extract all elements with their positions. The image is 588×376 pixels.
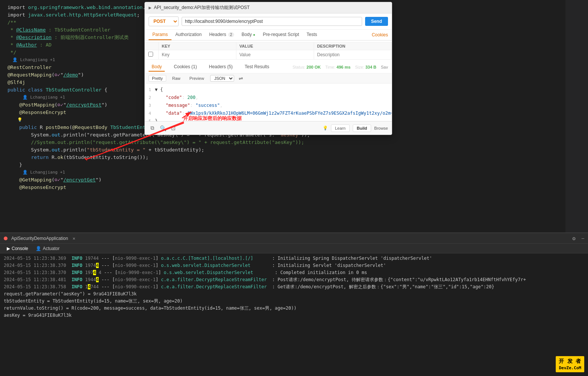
postman-panel: ▶ API_security_demo:API加密传输功能测试POST POST… (144, 2, 392, 135)
code-line: 👤 Lchangjiang +1 (8, 169, 588, 176)
request-tabs: Params Authorization Headers 2 Body ● Pr… (145, 30, 392, 40)
save-button-sm[interactable]: Sav (381, 65, 388, 69)
bottom-right-actions: 💡 Learn Build Browse (323, 124, 388, 132)
row-checkbox[interactable] (148, 52, 153, 57)
console-title-bar: ApiSecurityDemoApplication ✕ ⚙ — (0, 233, 588, 244)
title-arrow: ▶ (149, 6, 152, 10)
key-input[interactable] (162, 52, 233, 57)
minimap (565, 0, 588, 232)
console-tab-icon: ▶ (7, 246, 10, 251)
status-code: Status: 200 OK (292, 65, 320, 69)
col-key: KEY (159, 42, 236, 50)
log-line-1: 2024-05-15 11:23:38.369 INFO 19744 --- [… (4, 255, 584, 262)
postman-bottom-bar: ⧉ 🔍 ⊡ 💡 Learn Build Browse (145, 121, 392, 135)
log-line-8: returnValue.toString() = R(code=200, mes… (4, 305, 584, 312)
settings-icon[interactable]: ⚙ (572, 235, 575, 241)
json-line-2: 2 "code": 200, (149, 94, 388, 102)
format-preview[interactable]: Preview (186, 75, 207, 81)
copy-icon[interactable]: ⧉ (149, 124, 156, 132)
json-line-1: 1▼ { (149, 86, 388, 94)
value-input[interactable] (239, 52, 311, 57)
log-line-2: 2024-05-15 11:23:38.370 INFO 19744 --- [… (4, 262, 584, 269)
tab-cookies-response[interactable]: Cookies (1) (171, 63, 200, 72)
code-line: } (8, 161, 588, 169)
postman-title-bar: ▶ API_security_demo:API加密传输功能测试POST (145, 2, 392, 13)
tab-tests[interactable]: Tests (303, 30, 321, 40)
code-line: @ResponseEncrypt (8, 184, 588, 191)
send-button[interactable]: Send (365, 17, 388, 26)
url-bar: POST Send (145, 13, 392, 30)
tab-actuator[interactable]: 👤 Actuator (33, 245, 63, 252)
response-bar: Body Cookies (1) Headers (5) Test Result… (145, 61, 392, 73)
wrap-lines-icon[interactable]: ⊡ (170, 124, 177, 132)
postman-title-text: API_security_demo:API加密传输功能测试POST (154, 4, 250, 11)
console-tab-label: Console (12, 246, 28, 251)
log-line-6: request.getParameter("aesKey") = 9raG41F… (4, 291, 584, 298)
minimize-icon[interactable]: — (582, 236, 584, 241)
log-line-7: tbStudentEntity = TbStudentEntity(id=15,… (4, 298, 584, 305)
method-select[interactable]: POST (149, 16, 179, 26)
wrap-icon[interactable]: ⇌ (239, 75, 243, 81)
params-row-empty (145, 50, 392, 60)
url-input[interactable] (182, 17, 362, 26)
params-table: KEY VALUE DESCRIPTION (145, 42, 392, 60)
desc-input[interactable] (317, 52, 388, 57)
lightbulb-icon: 💡 (323, 126, 328, 130)
tab-headers[interactable]: Headers 2 (205, 30, 238, 40)
tab-console[interactable]: ▶ Console (4, 245, 31, 252)
format-bar: Pretty Raw Preview JSON ⇌ (145, 73, 392, 84)
actuator-icon: 👤 (36, 246, 41, 251)
console-log-content: 2024-05-15 11:23:38.369 INFO 19744 --- [… (0, 253, 588, 376)
tab-headers-response[interactable]: Headers (5) (206, 63, 236, 72)
format-raw[interactable]: Raw (169, 75, 183, 81)
close-dot (4, 237, 8, 240)
log-line-4: 2024-05-15 11:23:38.481 INFO 19444 --- [… (4, 276, 584, 283)
tab-prerequest[interactable]: Pre-request Script (259, 30, 303, 40)
app-name-label: ApiSecurityDemoApplication (11, 236, 68, 241)
tab-authorization[interactable]: Authorization (171, 30, 205, 40)
col-desc: DESCRIPTION (314, 42, 392, 50)
watermark-line1: 开 发 者 (559, 358, 581, 365)
json-line-4: 4 "data": "Wx1ps9/kXkRkoJ1HOpW6LM+06GmWj… (149, 109, 388, 117)
params-section: KEY VALUE DESCRIPTION (145, 40, 392, 61)
watermark-line2: DevZe.CoM (559, 365, 581, 371)
response-time: Time: 496 ms (325, 65, 350, 69)
json-select[interactable]: JSON (210, 75, 234, 82)
response-size: Size: 334 B (355, 65, 376, 69)
browse-text[interactable]: Browse (374, 126, 388, 130)
tab-params[interactable]: Params (149, 30, 171, 40)
json-line-3: 3 "message": "success", (149, 102, 388, 109)
log-line-9: aesKey = 9raG41FIE8uK7l3k (4, 312, 584, 319)
cookies-link[interactable]: Cookies (372, 32, 388, 37)
response-status: Status: 200 OK Time: 496 ms Size: 334 B … (292, 65, 388, 69)
code-line: @GetMapping(⊙✓"/encryptGet") (8, 176, 588, 184)
watermark: 开 发 者 DevZe.CoM (556, 356, 584, 372)
format-pretty[interactable]: Pretty (149, 75, 166, 82)
console-tabs: ▶ Console 👤 Actuator (0, 244, 588, 253)
code-line: System.out.println("tbStudentEntity = " … (8, 146, 588, 154)
search-icon[interactable]: 🔍 (159, 124, 167, 132)
learn-button[interactable]: Learn (331, 124, 350, 132)
tab-test-results[interactable]: Test Results (242, 63, 272, 72)
console-panel: ApiSecurityDemoApplication ✕ ⚙ — ▶ Conso… (0, 232, 588, 376)
log-line-3: 2024-05-15 11:23:38.370 INFO 1974 4 --- … (4, 269, 584, 276)
log-line-5: 2024-05-15 11:23:38.758 INFO 14744 --- [… (4, 283, 584, 291)
col-value: VALUE (236, 42, 314, 50)
tab-close-icon[interactable]: ✕ (72, 236, 75, 241)
build-button[interactable]: Build (353, 124, 371, 132)
actuator-label: Actuator (43, 246, 60, 251)
watermark-box: 开 发 者 DevZe.CoM (556, 356, 584, 372)
tab-body[interactable]: Body ● (238, 30, 259, 40)
code-line: return R.ok(tbStudentEntity.toString()); (8, 154, 588, 161)
tab-body-response[interactable]: Body (149, 63, 165, 72)
code-line: //System.out.println("request.getAttribu… (8, 139, 588, 146)
